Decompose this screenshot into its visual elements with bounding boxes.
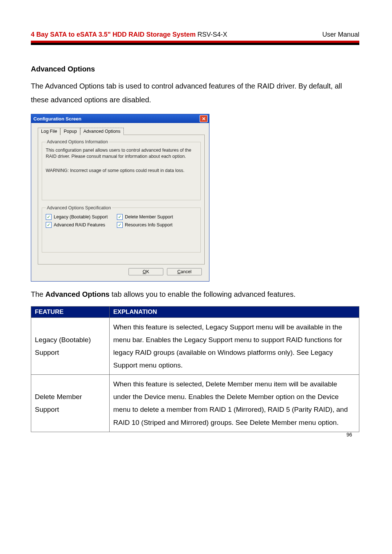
page-header: 4 Bay SATA to eSATA 3.5" HDD RAID Storag… [31, 31, 359, 41]
product-title: 4 Bay SATA to eSATA 3.5" HDD RAID Storag… [31, 31, 197, 38]
table-row: Delete Member Support When this feature … [31, 375, 359, 432]
checkbox-resources-info-label: Resources Info Support [125, 222, 187, 227]
checkbox-legacy-label: Legacy (Bootable) Support [54, 214, 115, 219]
doc-type: User Manual [322, 31, 359, 38]
checkbox-adv-raid-label: Advanced RAID Features [54, 222, 115, 227]
feature-cell: Legacy (Bootable) Support [31, 317, 110, 375]
checkbox-resources-info[interactable]: ✓ [117, 222, 123, 228]
cancel-button[interactable]: Cancel [167, 268, 202, 275]
advanced-options-specification-group: Advanced Options Specification ✓ Legacy … [42, 205, 201, 253]
info-legend: Advanced Options Information [46, 139, 109, 144]
checkbox-adv-raid[interactable]: ✓ [46, 222, 52, 228]
dialog-title: Configuration Screen [33, 116, 81, 122]
after-para-prefix: The [31, 290, 45, 298]
feature-cell: Delete Member Support [31, 375, 110, 432]
ok-button[interactable]: OK [128, 268, 163, 275]
configuration-dialog: Configuration Screen ✕ Log File Popup Ad… [31, 114, 209, 282]
info-text: This configuration panel allows users to… [46, 147, 197, 160]
spec-legend: Advanced Options Specification [46, 205, 112, 210]
section-heading: Advanced Options [31, 65, 359, 73]
after-para-suffix: tab allows you to enable the following a… [110, 290, 296, 298]
tab-panel: Advanced Options Information This config… [38, 135, 205, 264]
explanation-cell: When this feature is selected, Delete Me… [110, 375, 359, 432]
tab-popup[interactable]: Popup [60, 128, 80, 135]
info-warning: WARNING: Incorrect usage of some options… [46, 168, 197, 174]
advanced-options-information-group: Advanced Options Information This config… [42, 139, 201, 200]
features-table: Feature Explanation Legacy (Bootable) Su… [31, 306, 359, 432]
checkbox-legacy[interactable]: ✓ [46, 214, 52, 220]
table-row: Legacy (Bootable) Support When this feat… [31, 317, 359, 375]
tab-logfile[interactable]: Log File [38, 128, 60, 135]
tab-advanced-options[interactable]: Advanced Options [80, 128, 124, 135]
checkbox-delete-member-label: Delete Member Support [125, 214, 187, 219]
th-feature: Feature [31, 306, 110, 317]
product-model: RSV-S4-X [197, 31, 227, 38]
th-explanation: Explanation [110, 306, 359, 317]
after-para-bold: Advanced Options [45, 290, 110, 298]
intro-paragraph: The Advanced Options tab is used to cont… [31, 79, 359, 107]
after-dialog-paragraph: The Advanced Options tab allows you to e… [31, 287, 359, 301]
page-number: 96 [346, 432, 352, 438]
close-icon[interactable]: ✕ [200, 115, 208, 122]
divider-black [31, 43, 359, 45]
explanation-cell: When this feature is selected, Legacy Su… [110, 317, 359, 375]
checkbox-delete-member[interactable]: ✓ [117, 214, 123, 220]
